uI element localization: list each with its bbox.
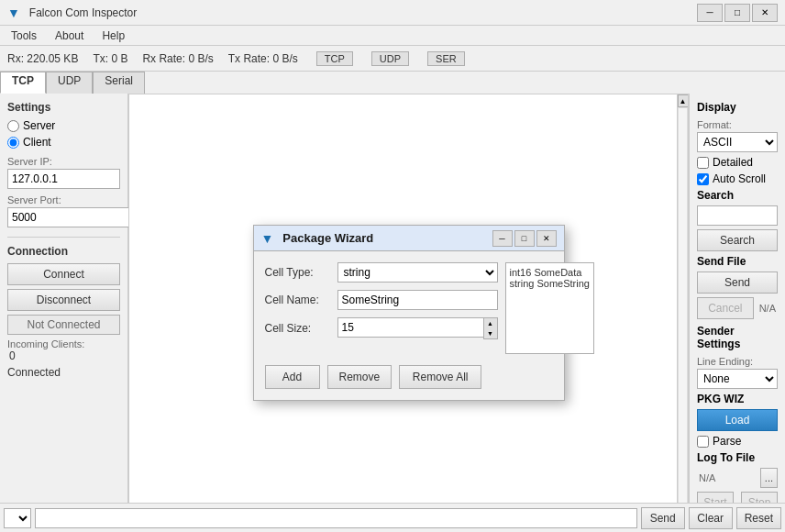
tx-bytes: Tx: 0 B [93,52,127,65]
client-radio[interactable] [7,137,19,149]
detailed-checkbox[interactable] [697,157,709,169]
tab-serial[interactable]: Serial [93,72,145,94]
send-file-button[interactable]: Send [697,272,778,294]
modal-title: Package Wizard [282,231,373,245]
cell-size-spinner: ▲ ▼ [337,317,498,339]
detailed-checkbox-row: Detailed [697,156,778,169]
parse-checkbox[interactable] [697,436,709,448]
search-button[interactable]: Search [697,229,778,251]
line-ending-select[interactable]: None CR LF CR+LF [697,369,778,389]
cancel-row: Cancel N/A [697,297,778,319]
main-layout: Settings Server Client Server IP: Server… [0,94,785,532]
cell-type-row: Cell Type: string int8 int16 int32 uint8… [265,262,498,283]
autoscroll-label: Auto Scroll [713,172,766,185]
minimize-button[interactable]: ─ [697,4,723,22]
separator-1 [7,237,120,238]
add-button[interactable]: Add [265,365,320,389]
server-port-label: Server Port: [7,194,120,205]
status-bar: Rx: 220.05 KB Tx: 0 B Rx Rate: 0 B/s Tx … [0,46,785,72]
modal-title-bar: ▼ Package Wizard ─ □ ✕ [254,226,564,251]
menu-help[interactable]: Help [94,28,132,44]
modal-form: Cell Type: string int8 int16 int32 uint8… [265,262,498,354]
connection-title: Connection [7,245,120,258]
format-label: Format: [697,119,778,130]
tcp-badge[interactable]: TCP [316,51,353,66]
send-button[interactable]: Send [641,507,685,529]
server-ip-input[interactable] [7,169,120,189]
cell-type-select[interactable]: string int8 int16 int32 uint8 uint16 uin… [337,262,498,283]
browse-button[interactable]: ... [760,468,778,488]
cell-name-input[interactable] [337,290,498,310]
close-button[interactable]: ✕ [752,4,778,22]
scroll-up[interactable]: ▲ [678,94,689,107]
bottom-bar: Send Clear Reset [0,503,785,532]
message-input[interactable] [35,508,637,528]
load-button[interactable]: Load [697,409,778,431]
modal-maximize[interactable]: □ [514,230,535,247]
modal-overlay: ▼ Package Wizard ─ □ ✕ Cell Type: [129,94,688,531]
cell-type-label: Cell Type: [265,266,334,279]
server-radio-label[interactable]: Server [7,119,120,132]
client-radio-label[interactable]: Client [7,136,120,149]
cancel-button[interactable]: Cancel [697,297,754,319]
connection-status-badge: Not Connected [7,315,120,335]
file-name: N/A [757,301,778,316]
connect-button[interactable]: Connect [7,263,120,285]
clear-button[interactable]: Clear [689,507,733,529]
autoscroll-checkbox-row: Auto Scroll [697,172,778,185]
disconnect-button[interactable]: Disconnect [7,289,120,311]
send-file-title: Send File [697,255,778,268]
maximize-button[interactable]: □ [724,4,750,22]
scroll-track[interactable] [678,107,688,518]
cell-name-row: Cell Name: [265,290,498,310]
sender-settings-title: Sender Settings [697,325,778,350]
menu-about[interactable]: About [48,28,91,44]
cell-size-increment[interactable]: ▲ [484,318,497,328]
remove-all-button[interactable]: Remove All [399,365,481,389]
left-panel: Settings Server Client Server IP: Server… [0,94,128,532]
line-ending-label: Line Ending: [697,356,778,367]
modal-body: Cell Type: string int8 int16 int32 uint8… [254,251,564,365]
scrollbar[interactable]: ▲ ▼ [677,94,688,531]
package-wizard-modal: ▼ Package Wizard ─ □ ✕ Cell Type: [253,225,565,401]
app-icon: ▼ [7,6,20,20]
menu-bar: Tools About Help [0,26,785,46]
detailed-label: Detailed [713,156,753,169]
modal-icon: ▼ [261,231,274,246]
format-select[interactable]: ASCII HEX DEC [697,132,778,152]
input-type-select[interactable] [4,508,31,528]
autoscroll-checkbox[interactable] [697,173,709,185]
reset-button[interactable]: Reset [736,507,781,529]
tx-rate: Tx Rate: 0 B/s [228,52,298,65]
modal-preview: int16 SomeData string SomeString [505,262,594,354]
right-panel: Display Format: ASCII HEX DEC Detailed A… [689,94,785,532]
settings-title: Settings [7,101,120,114]
modal-minimize[interactable]: ─ [492,230,513,247]
tab-tcp[interactable]: TCP [0,72,46,94]
parse-label: Parse [713,435,741,448]
modal-close[interactable]: ✕ [536,230,557,247]
ser-badge[interactable]: SER [427,51,465,66]
log-file-name: N/A [697,471,757,485]
display-title: Display [697,101,778,114]
server-radio[interactable] [7,120,19,132]
udp-badge[interactable]: UDP [371,51,409,66]
center-area: ▲ ▼ ▼ Package Wizard ─ □ ✕ [128,94,689,532]
tab-udp[interactable]: UDP [46,72,93,94]
search-title: Search [697,189,778,202]
app-title: Falcon Com Inspector [29,6,137,19]
remove-button[interactable]: Remove [327,365,392,389]
modal-actions: Add Remove Remove All [254,365,564,400]
cell-size-input[interactable] [337,317,483,338]
log-to-file-title: Log To File [697,451,778,464]
cell-size-decrement[interactable]: ▼ [484,328,497,338]
server-port-spinner: ▲ ▼ [7,207,120,229]
title-bar: ▼ Falcon Com Inspector ─ □ ✕ [0,0,785,26]
menu-tools[interactable]: Tools [4,28,44,44]
server-ip-label: Server IP: [7,156,120,167]
cell-size-label: Cell Size: [265,322,334,335]
connected-text: Connected [7,366,120,379]
incoming-clients-label: Incoming Clients: [7,338,120,349]
search-input[interactable] [697,205,778,226]
incoming-clients-count: 0 [7,349,120,362]
